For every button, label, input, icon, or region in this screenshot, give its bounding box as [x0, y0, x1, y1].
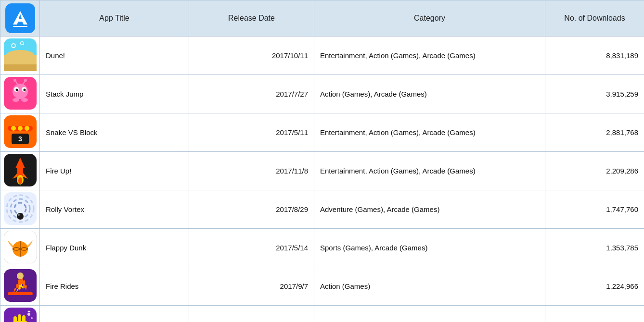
app-date-cell-stackjump: 2017/7/27 [189, 75, 314, 113]
svg-point-17 [23, 89, 26, 91]
app-category-cell-fireup: Entertainment, Action (Games), Arcade (G… [314, 152, 545, 190]
app-date-cell-snakeblock: 2017/5/11 [189, 113, 314, 152]
app-downloads-cell-flappydunk: 1,353,785 [545, 229, 644, 267]
header-title-col: App Title [40, 0, 189, 37]
header-date-col: Release Date [189, 0, 314, 37]
svg-point-19 [13, 79, 16, 82]
svg-rect-48 [8, 292, 33, 295]
svg-point-37 [18, 177, 22, 184]
header-category-col: Category [314, 0, 545, 37]
app-downloads-cell-firerides: 1,224,966 [545, 267, 644, 306]
app-title-cell-stackjump: Stack Jump [40, 75, 189, 113]
table-row: Flappy Dunk 2017/5/14 Sports (Games), Ar… [0, 229, 644, 267]
app-date-cell-fireup: 2017/11/8 [189, 152, 314, 190]
svg-rect-6 [4, 64, 37, 71]
app-table: ⊕ App Title Release Date Category No. of… [0, 0, 644, 322]
app-date-cell-fistlist: 2016/5/21 [189, 306, 314, 322]
svg-point-7 [6, 50, 35, 62]
app-title-cell-dune: Dune! [40, 37, 189, 75]
svg-text:3: 3 [18, 135, 22, 143]
app-title-cell-firerides: Fire Rides [40, 267, 189, 306]
svg-point-22 [13, 98, 19, 102]
svg-point-49 [17, 272, 24, 279]
app-icon-cell-rollyvortex [0, 190, 40, 229]
table-row: Rolly Vortex 2017/8/29 Adventure (Games)… [0, 190, 644, 229]
app-title-cell-fireup: Fire Up! [40, 152, 189, 190]
app-icon-cell-stackjump [0, 75, 40, 113]
app-category-cell-dune: Entertainment, Action (Games), Arcade (G… [314, 37, 545, 75]
app-store-icon: ⊕ [5, 3, 35, 33]
app-downloads-cell-dune: 8,831,189 [545, 37, 644, 75]
svg-point-13 [13, 84, 28, 99]
app-icon-cell-dune [0, 37, 40, 75]
table-row: Fire Rides 2017/9/7 Action (Games) 1,224… [0, 267, 644, 306]
app-downloads-cell-stackjump: 3,915,259 [545, 75, 644, 113]
svg-rect-54 [22, 315, 26, 322]
table-row: ✦ Fist List - Category Game 2016/5/21 Tr… [0, 306, 644, 322]
app-date-cell-rollyvortex: 2017/8/29 [189, 190, 314, 229]
app-category-cell-flappydunk: Sports (Games), Arcade (Games) [314, 229, 545, 267]
app-date-cell-flappydunk: 2017/5/14 [189, 229, 314, 267]
svg-point-27 [11, 126, 16, 131]
table-row: 3 Snake VS Block 2017/5/11 Entertainment… [0, 113, 644, 152]
table-row: Dune! 2017/10/11 Entertainment, Action (… [0, 37, 644, 75]
app-icon-cell-flappydunk [0, 229, 40, 267]
svg-point-56 [31, 317, 33, 319]
app-category-cell-firerides: Action (Games) [314, 267, 545, 306]
app-date-cell-firerides: 2017/9/7 [189, 267, 314, 306]
svg-point-43 [18, 214, 20, 216]
table-row: Stack Jump 2017/7/27 Action (Games), Arc… [0, 75, 644, 113]
header-downloads-col: No. of Downloads [545, 0, 644, 37]
svg-point-26 [18, 126, 23, 131]
svg-rect-52 [13, 316, 17, 322]
app-title-cell-snakeblock: Snake VS Block [40, 113, 189, 152]
svg-rect-38 [4, 192, 37, 225]
svg-text:✦: ✦ [27, 309, 31, 314]
svg-rect-53 [18, 314, 21, 322]
app-downloads-cell-rollyvortex: 1,747,760 [545, 190, 644, 229]
svg-point-11 [21, 42, 23, 45]
svg-point-42 [17, 213, 24, 220]
app-title-cell-flappydunk: Flappy Dunk [40, 229, 189, 267]
svg-point-21 [24, 79, 27, 82]
app-icon-cell-fistlist: ✦ [0, 306, 40, 322]
app-downloads-cell-fistlist: 1,218,242 [545, 306, 644, 322]
svg-point-16 [15, 89, 18, 91]
svg-point-9 [12, 44, 15, 47]
app-category-cell-snakeblock: Entertainment, Action (Games), Arcade (G… [314, 113, 545, 152]
app-downloads-cell-fireup: 2,209,286 [545, 152, 644, 190]
app-title-cell-fistlist: Fist List - Category Game [40, 306, 189, 322]
app-icon-cell-fireup [0, 152, 40, 190]
header-icon-col: ⊕ [0, 0, 40, 37]
app-icon-cell-firerides [0, 267, 40, 306]
app-date-cell-dune: 2017/10/11 [189, 37, 314, 75]
svg-point-23 [21, 98, 28, 102]
app-title-cell-rollyvortex: Rolly Vortex [40, 190, 189, 229]
app-category-cell-rollyvortex: Adventure (Games), Arcade (Games) [314, 190, 545, 229]
table-header-row: ⊕ App Title Release Date Category No. of… [0, 0, 644, 37]
app-category-cell-fistlist: Trivia (Games), Word (Games), Social Net… [314, 306, 545, 322]
svg-point-28 [25, 126, 29, 131]
app-downloads-cell-snakeblock: 2,881,768 [545, 113, 644, 152]
table-row: Fire Up! 2017/11/8 Entertainment, Action… [0, 152, 644, 190]
app-category-cell-stackjump: Action (Games), Arcade (Games) [314, 75, 545, 113]
app-icon-cell-snakeblock: 3 [0, 113, 40, 152]
